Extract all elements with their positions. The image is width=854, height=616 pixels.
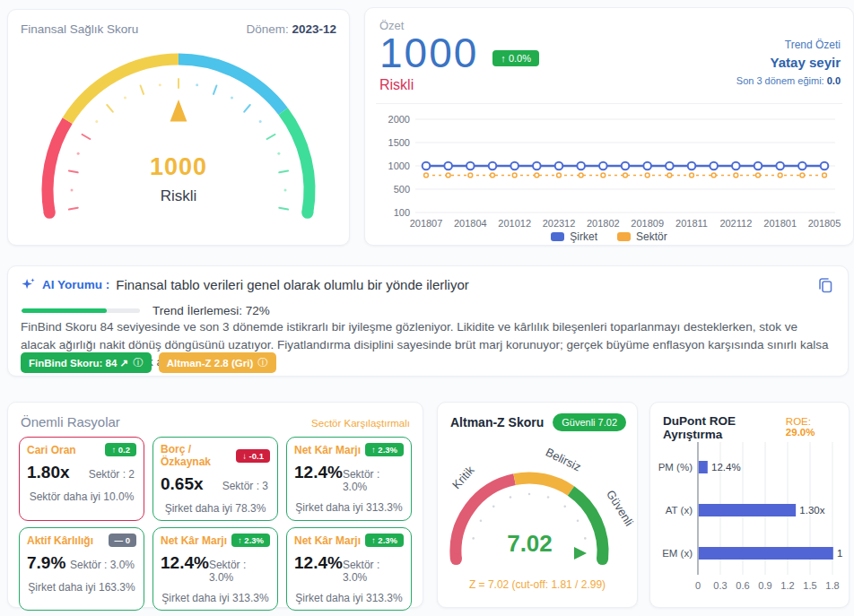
altman-z-badge: Altman-Z 2.8 (Gri) ⓘ [159,352,276,373]
ratio-sector-value: Sektör : 3 [222,480,268,492]
ratios-card-title: Önemli Rasyolar [21,414,120,429]
trend-slope-label: Son 3 dönem eğimi: [736,75,824,86]
svg-text:1.30x: 1.30x [799,505,824,516]
ratio-tile: Cari Oran ↑ 0.2 1.80x Sektör : 2 Sektör … [19,437,144,521]
summary-divider [376,103,842,104]
altman-cutoff-note: Z = 7.02 (cut-off: 1.81 / 2.99) [438,578,637,591]
altman-z-card: Altman-Z Skoru Güvenli 7.02 Kritik Belir… [437,402,638,608]
ratio-label: Cari Oran [27,444,76,456]
trend-slope: Son 3 dönem eğimi: 0.0 [736,75,841,86]
ratio-label: Borç / Özkaynak [161,443,236,468]
ratio-sector-value: Sektör : 3.0% [343,559,402,584]
finbind-score-badge: FinBind Skoru: 84 ↗ ⓘ [21,352,152,373]
ratio-sector-value: Sektör : 3.0% [70,559,135,571]
svg-text:1: 1 [837,548,842,559]
svg-text:AT (x): AT (x) [666,505,693,516]
svg-text:1000: 1000 [388,161,410,171]
legend-item-company[interactable]: Şirket [551,230,597,243]
svg-text:201801: 201801 [763,218,797,229]
company-legend-swatch [551,232,564,241]
ratio-change-badge: — 0 [109,534,136,547]
svg-text:12.4%: 12.4% [711,462,741,473]
sparkles-icon [21,277,36,292]
summary-score-value: 1000 [379,32,478,74]
svg-text:201802: 201802 [587,218,620,229]
financial-health-card: Finansal Sağlık Skoru Dönem: 2023-12 100… [7,9,350,246]
trend-progress-track [22,308,140,313]
ai-comment-headline: Finansal tablo verileri genel olarak olu… [116,277,469,292]
info-icon[interactable]: ⓘ [133,356,144,369]
summary-card: Özet 1000 ↑ 0.0% Riskli Trend Özeti Yata… [364,7,854,246]
trend-slope-value: 0.0 [827,75,841,86]
ratio-tile: Net Kâr Marjı ↑ 2.3% 12.4% Sektör : 3.0%… [286,527,412,611]
dupont-card: DuPont ROE Ayrıştırma ROE: 29.0% 00.30.6… [649,402,850,608]
info-icon[interactable]: ⓘ [257,356,268,369]
company-legend-label: Şirket [570,230,597,243]
ratio-comparison: Şirket daha iyi 313.3% [294,501,404,514]
svg-text:1.8: 1.8 [825,580,839,591]
health-score-gauge [8,10,349,245]
ai-comment-card: AI Yorumu : Finansal tablo verileri gene… [7,265,849,377]
svg-text:100: 100 [394,207,410,218]
svg-text:0.9: 0.9 [758,580,771,591]
legend-item-sector[interactable]: Sektör [617,230,667,243]
trend-progress-label: Trend İlerlemesi: 72% [152,304,270,317]
key-ratios-card: Önemli Rasyolar Sectör Karşılaştırmalı C… [7,402,423,608]
ratio-label: Net Kâr Marjı [161,534,227,547]
svg-text:201804: 201804 [454,218,487,229]
ratio-sector-value: Sektör : 3.0% [209,559,268,584]
svg-text:500: 500 [394,184,410,195]
svg-text:1.2: 1.2 [780,580,794,591]
svg-text:202112: 202112 [719,218,752,229]
svg-text:2000: 2000 [388,114,410,125]
svg-text:PM (%): PM (%) [658,462,693,473]
svg-text:EM (x): EM (x) [662,548,693,559]
ratio-sector-value: Sektör : 2 [89,468,135,481]
copy-button[interactable] [815,275,835,295]
ratio-tile: Borç / Özkaynak ↓ -0.1 0.65x Sektör : 3 … [152,437,278,521]
altman-card-title: Altman-Z Skoru [450,415,544,429]
finbind-score-badge-text: FinBind Skoru: 84 ↗ [29,357,128,369]
ratios-card-subtitle: Sectör Karşılaştırmalı [311,418,410,429]
summary-status: Riskli [379,77,539,93]
svg-text:201012: 201012 [498,218,531,229]
ratio-value: 0.65x [161,474,204,494]
roe-label: ROE: [786,416,811,427]
svg-text:202312: 202312 [543,218,576,229]
sector-legend-swatch [617,232,631,241]
ratio-label: Net Kâr Marjı [294,534,361,547]
altman-status-badge: Güvenli 7.02 [553,413,626,431]
trend-chart-legend: Şirket Sektör [365,230,853,243]
ratio-value: 12.4% [294,553,343,573]
svg-text:201809: 201809 [631,218,664,229]
altman-z-value: 7.02 [438,530,622,558]
health-score-value: 1000 [8,153,349,181]
ratio-value: 7.9% [27,553,65,573]
ratio-label: Aktif Kârlılığı [27,534,93,547]
ratio-value: 12.4% [161,553,209,573]
svg-text:201811: 201811 [675,218,708,229]
ratio-sector-value: Sektör : 3.0% [343,468,402,493]
health-score-status: Riskli [8,187,349,205]
ratio-comparison: Şirket daha iyi 313.3% [161,592,270,604]
dupont-bar-chart: 00.30.60.91.21.51.8PM (%)12.4%AT (x)1.30… [650,433,849,605]
svg-text:201807: 201807 [410,218,443,229]
ratio-tile: Aktif Kârlılığı — 0 7.9% Sektör : 3.0% Ş… [19,527,144,611]
ratio-change-badge: ↓ -0.1 [236,449,270,463]
svg-text:1500: 1500 [388,137,410,148]
ratio-comparison: Şirket daha iyi 163.3% [27,581,136,594]
ratio-change-badge: ↑ 2.3% [231,534,270,547]
ratio-value: 12.4% [294,463,343,482]
summary-change-badge: ↑ 0.0% [492,50,539,66]
score-trend-chart: 2000150010005001002018072018042010122023… [369,107,850,230]
svg-text:0: 0 [695,580,701,591]
altman-z-badge-text: Altman-Z 2.8 (Gri) [167,358,253,369]
ratio-tile: Net Kâr Marjı ↑ 2.3% 12.4% Sektör : 3.0%… [286,437,412,521]
ratio-comparison: Şirket daha iyi 78.3% [161,502,270,515]
ratio-change-badge: ↑ 2.3% [365,443,404,456]
ratio-comparison: Şirket daha iyi 313.3% [294,592,404,604]
trend-progress-fill [22,308,107,313]
sector-legend-label: Sektör [636,230,667,243]
ratio-tile: Net Kâr Marjı ↑ 2.3% 12.4% Sektör : 3.0%… [152,527,278,611]
ratio-label: Net Kâr Marjı [294,444,361,456]
